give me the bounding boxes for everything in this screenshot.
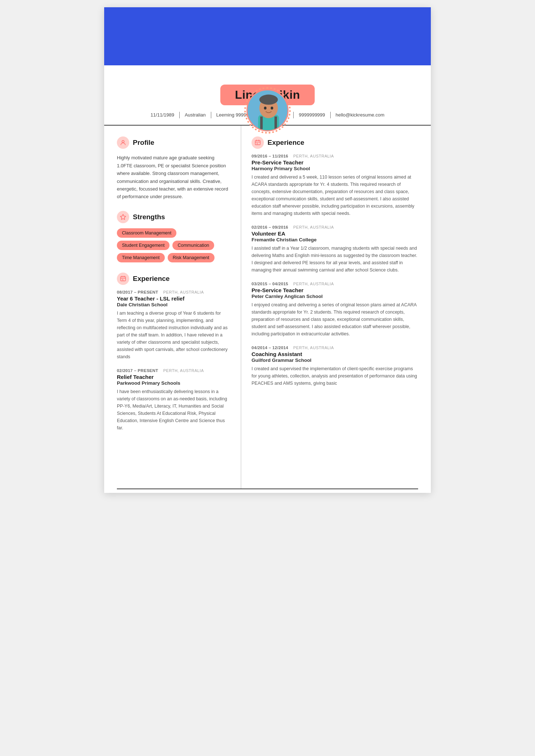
strength-badge: Communication (172, 241, 214, 250)
exp-date: 09/2016 – 11/2016 (252, 154, 288, 158)
left-column: Profile Highly motivated mature age grad… (104, 126, 241, 489)
exp-desc: I assisted staff in a Year 1/2 classroom… (252, 245, 418, 274)
exp-entry: 04/2014 – 12/2014 PERTH, AUSTRALIA Coach… (252, 346, 418, 387)
right-experience-header: Experience (252, 136, 418, 149)
profile-title: Profile (133, 139, 154, 147)
svg-rect-7 (260, 117, 263, 129)
exp-company: Parkwood Primary Schools (117, 380, 230, 386)
exp-date: 02/2016 – 09/2016 (252, 225, 288, 229)
svg-rect-8 (274, 117, 277, 129)
exp-desc: I am teaching a diverse group of Year 6 … (117, 310, 230, 360)
profile-text: Highly motivated mature age graduate see… (117, 154, 230, 201)
header-banner (104, 7, 431, 65)
contact-nationality: Australian (180, 112, 211, 118)
profile-icon (117, 136, 129, 149)
exp-location: PERTH, AUSTRALIA (163, 290, 204, 294)
exp-date: 04/2014 – 12/2014 (252, 346, 288, 350)
svg-point-6 (271, 107, 273, 110)
exp-desc: I have been enthusiastically delivering … (117, 388, 230, 432)
profile-section: Profile Highly motivated mature age grad… (117, 136, 230, 201)
svg-point-5 (264, 107, 266, 110)
exp-meta: 02/2016 – 09/2016 PERTH, AUSTRALIA (252, 225, 418, 229)
exp-date: 08/2017 – PRESENT (117, 290, 158, 294)
exp-title: Year 6 Teacher - LSL relief (117, 295, 230, 302)
exp-company: Peter Carnley Anglican School (252, 294, 418, 299)
strength-badge: Student Engagement (117, 241, 170, 250)
exp-date: 02/2017 – PRESENT (117, 368, 158, 373)
strengths-title: Strengths (133, 213, 165, 221)
svg-point-9 (122, 140, 124, 143)
strengths-section: Strengths Classroom ManagementStudent En… (117, 211, 230, 262)
svg-marker-10 (121, 214, 126, 219)
badges-container: Classroom ManagementStudent EngagementCo… (117, 228, 230, 262)
exp-entry: 02/2016 – 09/2016 PERTH, AUSTRALIA Volun… (252, 225, 418, 274)
left-experience-icon (117, 273, 129, 285)
main-content: Profile Highly motivated mature age grad… (104, 126, 431, 489)
exp-desc: I created and delivered a 5 week, 110 le… (252, 173, 418, 217)
exp-title: Relief Teacher (117, 374, 230, 380)
right-experience-entries: 09/2016 – 11/2016 PERTH, AUSTRALIA Pre-S… (252, 154, 418, 387)
contact-phone: 9999999999 (294, 112, 330, 118)
strength-badge: Classroom Management (117, 228, 176, 238)
exp-company: Dale Christian School (117, 302, 230, 307)
left-experience-section: Experience 08/2017 – PRESENT PERTH, AUST… (117, 273, 230, 432)
footer-divider (117, 489, 418, 493)
left-experience-header: Experience (117, 273, 230, 285)
right-experience-section: Experience 09/2016 – 11/2016 PERTH, AUST… (252, 136, 418, 387)
strengths-header: Strengths (117, 211, 230, 223)
strength-badge: Time Management (117, 253, 165, 262)
exp-location: PERTH, AUSTRALIA (293, 346, 334, 350)
exp-location: PERTH, AUSTRALIA (293, 154, 334, 158)
exp-meta: 02/2017 – PRESENT PERTH, AUSTRALIA (117, 368, 230, 373)
exp-desc: I created and supervised the implementat… (252, 365, 418, 387)
exp-desc: I enjoyed creating and delivering a seri… (252, 301, 418, 338)
exp-title: Volunteer EA (252, 230, 418, 237)
exp-company: Harmony Primary School (252, 166, 418, 171)
exp-location: PERTH, AUSTRALIA (293, 282, 334, 286)
exp-title: Coaching Assistant (252, 351, 418, 357)
strength-badge: Risk Management (168, 253, 215, 262)
exp-meta: 08/2017 – PRESENT PERTH, AUSTRALIA (117, 290, 230, 294)
exp-entry: 08/2017 – PRESENT PERTH, AUSTRALIA Year … (117, 290, 230, 360)
exp-date: 03/2015 – 04/2015 (252, 282, 288, 286)
exp-entry: 03/2015 – 04/2015 PERTH, AUSTRALIA Pre-S… (252, 282, 418, 338)
right-column: Experience 09/2016 – 11/2016 PERTH, AUST… (241, 126, 431, 489)
left-experience-entries: 08/2017 – PRESENT PERTH, AUSTRALIA Year … (117, 290, 230, 432)
contact-dob: 11/11/1989 (146, 112, 180, 118)
header-name-area: Line Malkin (104, 65, 431, 105)
contact-email: hello@kickresume.com (331, 112, 390, 118)
exp-title: Pre-Service Teacher (252, 287, 418, 293)
exp-entry: 09/2016 – 11/2016 PERTH, AUSTRALIA Pre-S… (252, 154, 418, 217)
resume-page: Line Malkin 11/11/1989 Australian Leemin… (104, 7, 431, 493)
exp-company: Fremantle Christian College (252, 237, 418, 242)
right-experience-icon (252, 136, 264, 149)
exp-company: Guilford Grammar School (252, 357, 418, 363)
profile-header: Profile (117, 136, 230, 149)
exp-entry: 02/2017 – PRESENT PERTH, AUSTRALIA Relie… (117, 368, 230, 432)
exp-location: PERTH, AUSTRALIA (163, 368, 204, 373)
exp-location: PERTH, AUSTRALIA (293, 225, 334, 229)
exp-meta: 09/2016 – 11/2016 PERTH, AUSTRALIA (252, 154, 418, 158)
svg-point-4 (259, 95, 278, 105)
left-experience-title: Experience (133, 275, 170, 283)
exp-title: Pre-Service Teacher (252, 159, 418, 165)
exp-meta: 04/2014 – 12/2014 PERTH, AUSTRALIA (252, 346, 418, 350)
strengths-icon (117, 211, 129, 223)
right-experience-title: Experience (268, 139, 304, 147)
exp-meta: 03/2015 – 04/2015 PERTH, AUSTRALIA (252, 282, 418, 286)
